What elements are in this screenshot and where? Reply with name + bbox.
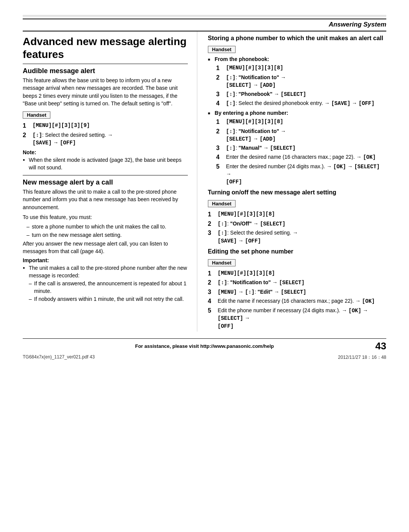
footer-page-num: 43	[371, 340, 386, 352]
step-num: 1	[23, 122, 31, 130]
dash-item: turn on the new message alert setting.	[27, 232, 188, 239]
step-num: 2	[216, 74, 225, 82]
section2-steps: 1 [MENU][#][3][3][8] 2 [↕]: "On/Off" → […	[208, 211, 386, 245]
step-num: 3	[208, 288, 216, 296]
header-italic-title: Answering System	[23, 21, 386, 28]
step-content: [MENU][#][3][3][8]	[226, 118, 386, 126]
step-content: [↕]: "Notification to" → [SELECT] → [ADD…	[226, 128, 386, 143]
step-num: 5	[208, 307, 216, 315]
by-phone-label: By entering a phone number:	[215, 110, 288, 116]
from-phonebook-label: From the phonebook:	[215, 56, 269, 62]
step-item: 2 [↕]: Select the desired setting. → [SA…	[23, 131, 188, 147]
step-item: 3 [↕]: "Phonebook" → [SELECT]	[216, 91, 386, 99]
step-item: 3 [MENU] → [↕]: "Edit" → [SELECT]	[208, 288, 386, 296]
step-item: 3 [↕]: Select the desired setting. → [SA…	[208, 229, 386, 245]
step-num: 1	[216, 64, 225, 72]
sq-bullet: By entering a phone number:	[208, 110, 386, 117]
left-column: Advanced new message alerting features A…	[23, 31, 197, 332]
footer-meta: TG684x7x(en)_1127_ver021.pdf 43 2012/11/…	[23, 354, 386, 361]
step-item: 4 Enter the desired name (16 characters …	[216, 153, 386, 161]
section2-body1: This feature allows the unit to make a c…	[23, 188, 188, 211]
right-section2-title: Turning on/off the new message alert set…	[208, 189, 386, 197]
main-title: Advanced new message alerting features	[23, 35, 188, 61]
step-item: 2 [↕]: "Notification to" → [SELECT]	[208, 279, 386, 287]
step-num: 4	[216, 99, 225, 108]
footer-meta-right: 2012/11/27 18：16：48	[338, 354, 386, 361]
note-label: Note:	[23, 149, 188, 155]
section1-body: This feature allows the base unit to bee…	[23, 77, 188, 107]
step-item: 1 [MENU][#][3][3][8]	[208, 211, 386, 219]
handset-badge-3: Handset	[208, 200, 236, 207]
step-content: [↕]: Select the desired phonebook entry.…	[226, 100, 386, 108]
step-num: 3	[208, 229, 216, 237]
sub-rule-1	[23, 64, 188, 64]
step-content: Enter the desired name (16 characters ma…	[226, 153, 386, 161]
footer-content: For assistance, please visit http://www.…	[23, 340, 386, 352]
step-content: [MENU][#][3][3][8]	[226, 64, 386, 72]
step-content: [↕]: "Notification to" → [SELECT] → [ADD…	[226, 74, 386, 89]
footer-assistance-text: For assistance, please visit http://www.…	[38, 343, 371, 349]
step-num: 4	[208, 297, 216, 305]
step-item: 1 [MENU][#][3][3][8]	[216, 118, 386, 126]
bullet-item: When the silent mode is activated (page …	[23, 156, 188, 171]
step-item: 1 [MENU][#][3][3][8]	[216, 64, 386, 72]
step-item: 3 [↕]: "Manual" → [SELECT]	[216, 144, 386, 152]
handset-badge-4: Handset	[208, 259, 236, 266]
step-content: [↕]: "Manual" → [SELECT]	[226, 144, 386, 152]
step-num: 2	[208, 279, 216, 287]
step-num: 5	[216, 163, 225, 171]
sub-rule-2	[23, 175, 188, 175]
section2-dash-list: store a phone number to which the unit m…	[23, 223, 188, 239]
handset-badge-2: Handset	[208, 46, 236, 53]
step-content: [MENU][#][3][3][8]	[218, 211, 386, 218]
step-num: 4	[216, 153, 225, 161]
step-content: [MENU][#][3][3][8]	[218, 270, 386, 277]
section1-title: Audible message alert	[23, 67, 188, 75]
dash-item: If nobody answers within 1 minute, the u…	[29, 296, 188, 303]
step-item: 1 [MENU][#][3][3][9]	[23, 122, 188, 130]
step-content: [MENU][#][3][3][9]	[33, 122, 188, 130]
step-content: Edit the phone number if necessary (24 d…	[218, 307, 386, 330]
section2-title: New message alert by a call	[23, 178, 188, 186]
step-num: 2	[23, 131, 31, 139]
step-content: Enter the desired number (24 digits max.…	[226, 163, 386, 186]
section1-steps: 1 [MENU][#][3][3][9] 2 [↕]: Select the d…	[23, 122, 188, 147]
step-num: 1	[216, 118, 225, 126]
two-col-layout: Advanced new message alerting features A…	[23, 31, 386, 332]
sq-bullet: From the phonebook:	[208, 56, 386, 63]
by-phone-steps: 1 [MENU][#][3][3][8] 2 [↕]: "Notificatio…	[208, 118, 386, 186]
step-item: 4 Edit the name if necessary (16 charact…	[208, 297, 386, 305]
section2-body3: After you answer the new message alert c…	[23, 240, 188, 255]
step-item: 4 [↕]: Select the desired phonebook entr…	[216, 100, 386, 108]
important-label: Important:	[23, 257, 188, 263]
step-num: 2	[216, 127, 225, 136]
step-content: [↕]: "On/Off" → [SELECT]	[218, 220, 386, 228]
right-column: Storing a phone number to which the unit…	[197, 31, 386, 332]
section2-body2: To use this feature, you must:	[23, 213, 188, 221]
step-item: 1 [MENU][#][3][3][8]	[208, 270, 386, 278]
step-num: 2	[208, 220, 216, 228]
step-content: [↕]: "Phonebook" → [SELECT]	[226, 91, 386, 99]
top-border	[23, 15, 386, 17]
step-num: 3	[216, 90, 225, 99]
right-section3-title: Editing the set phone number	[208, 248, 386, 256]
step-num: 1	[208, 210, 216, 219]
step-content: [MENU] → [↕]: "Edit" → [SELECT]	[218, 288, 386, 296]
footer-meta-left: TG684x7x(en)_1127_ver021.pdf 43	[23, 354, 95, 361]
step-content: [↕]: "Notification to" → [SELECT]	[218, 279, 386, 287]
from-phonebook-header: From the phonebook:	[208, 56, 386, 63]
section3-steps: 1 [MENU][#][3][3][8] 2 [↕]: "Notificatio…	[208, 270, 386, 330]
footer-rule	[23, 338, 386, 339]
step-item: 5 Edit the phone number if necessary (24…	[208, 307, 386, 330]
right-section1-title: Storing a phone number to which the unit…	[208, 34, 386, 42]
dash-sub-list: If the call is answered, the announcemen…	[29, 280, 188, 303]
dash-item: store a phone number to which the unit m…	[27, 223, 188, 231]
header-rule	[23, 19, 386, 19]
dash-item: If the call is answered, the announcemen…	[29, 280, 188, 295]
step-num: 3	[216, 144, 225, 152]
bullet-item: The unit makes a call to the pre-stored …	[23, 264, 188, 303]
step-content: [↕]: Select the desired setting. → [SAVE…	[33, 131, 188, 147]
by-phone-header: By entering a phone number:	[208, 110, 386, 117]
important-bullets: The unit makes a call to the pre-stored …	[23, 264, 188, 303]
step-content: [↕]: Select the desired setting. → [SAVE…	[218, 229, 386, 245]
